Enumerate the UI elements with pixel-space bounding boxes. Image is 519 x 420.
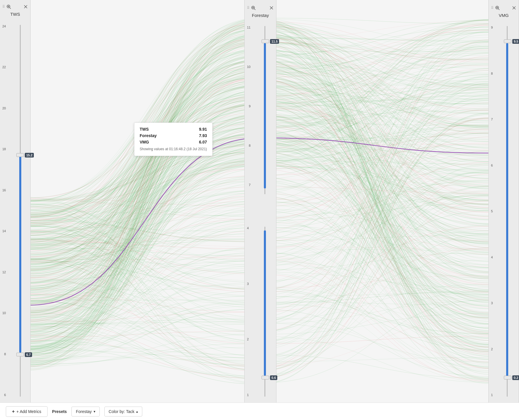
tws-zoom-icon[interactable] — [6, 4, 11, 9]
forestay-top-bar[interactable] — [264, 43, 266, 188]
vmg-top-label: 9.5 — [512, 39, 519, 44]
tooltip-label-tws: TWS — [140, 127, 149, 132]
vmg-tick: 8 — [491, 72, 493, 75]
vmg-tick: 9 — [491, 26, 493, 29]
tws-drag-handle[interactable]: ⠿ — [2, 5, 4, 9]
tws-tick: 6 — [2, 393, 6, 397]
vmg-close-icon[interactable] — [512, 6, 516, 10]
forestay-tick: 9 — [247, 105, 250, 108]
tws-tick: 12 — [2, 271, 6, 274]
forestay-tick: 7 — [247, 183, 250, 187]
presets-dropdown[interactable]: Forestay ▾ — [71, 407, 99, 416]
tws-top-label: 15.2 — [25, 153, 34, 158]
tws-tick: 20 — [2, 107, 6, 110]
vmg-filter-bar[interactable] — [506, 43, 508, 380]
forestay-tick: 4 — [247, 227, 249, 230]
vmg-tick: 7 — [491, 118, 493, 121]
vmg-tick: 2 — [491, 348, 493, 351]
vmg-axis-title: VMG — [499, 13, 509, 18]
vmg-axis-header: ⠿ — [489, 3, 519, 12]
data-tooltip: TWS 9.91 Forestay 7.93 VMG 6.07 Showing … — [134, 123, 213, 156]
tws-axis-header: ⠿ — [0, 3, 30, 10]
forestay-axis-title: Forestay — [252, 13, 269, 18]
tws-bottom-label: 6.7 — [25, 352, 32, 357]
vmg-tick: 6 — [491, 164, 493, 167]
add-metrics-button[interactable]: + + Add Metrics — [6, 406, 48, 417]
vmg-zoom-icon[interactable] — [495, 5, 500, 10]
tws-bottom-handle[interactable]: 6.7 — [16, 353, 24, 356]
forestay-axis-header: ⠿ — [245, 3, 276, 12]
tws-tick: 22 — [2, 66, 6, 69]
forestay-top-handle[interactable]: 11.5 — [262, 39, 269, 43]
vmg-drag-handle[interactable]: ⠿ — [491, 6, 493, 10]
svg-line-13 — [498, 9, 499, 10]
color-by-dropdown[interactable]: Color by: Tack ▴ — [104, 407, 142, 416]
vmg-axis-panel: ⠿ VMG 9 8 7 6 — [488, 0, 519, 402]
vmg-tick: 4 — [491, 256, 493, 259]
toolbar: + + Add Metrics Presets Forestay ▾ Color… — [0, 402, 519, 420]
presets-label: Presets — [52, 409, 67, 414]
tws-tick: 8 — [2, 353, 6, 356]
tooltip-value-tws: 9.91 — [199, 127, 207, 132]
vmg-tick: 5 — [491, 210, 493, 213]
svg-line-7 — [254, 9, 255, 10]
tws-tick: 18 — [2, 148, 6, 151]
preset-dropdown-arrow: ▾ — [94, 410, 95, 414]
tooltip-row-tws: TWS 9.91 — [140, 127, 207, 132]
tws-axis-panel: ⠿ TWS 24 22 20 — [0, 0, 31, 402]
forestay-tick: 1 — [247, 393, 249, 397]
color-by-label: Color by: Tack — [109, 409, 134, 414]
vmg-tick: 1 — [491, 393, 493, 397]
forestay-close-icon[interactable] — [269, 6, 274, 10]
tooltip-label-forestay: Forestay — [140, 133, 157, 138]
forestay-axis-panel: ⠿ Forestay 11 10 9 — [244, 0, 276, 402]
forestay-bottom-handle[interactable]: 0.6 — [262, 376, 269, 379]
tooltip-row-forestay: Forestay 7.93 — [140, 133, 207, 138]
vmg-bottom-label: 0.2 — [512, 375, 519, 380]
chart-area: ⠿ TWS 24 22 20 — [0, 0, 519, 402]
tooltip-label-vmg: VMG — [140, 140, 149, 144]
tws-tick: 24 — [2, 25, 6, 28]
forestay-tick: 11 — [247, 26, 250, 29]
forestay-tick: 8 — [247, 144, 250, 147]
color-by-arrow: ▴ — [136, 410, 138, 414]
tws-tick: 16 — [2, 189, 6, 192]
tws-top-handle[interactable]: 15.2 — [16, 153, 24, 157]
tooltip-row-vmg: VMG 6.07 — [140, 140, 207, 144]
tooltip-value-vmg: 6.07 — [199, 140, 207, 144]
tws-filter-bar[interactable] — [19, 153, 21, 353]
forestay-zoom-icon[interactable] — [251, 5, 256, 10]
add-metrics-label: + Add Metrics — [16, 409, 41, 414]
forestay-tick: 2 — [247, 338, 249, 341]
forestay-bottom-label: 0.6 — [270, 375, 277, 380]
tooltip-value-forestay: 7.93 — [199, 133, 207, 138]
tws-tick: 10 — [2, 312, 6, 315]
vmg-bottom-handle[interactable]: 0.2 — [504, 376, 511, 379]
preset-value: Forestay — [76, 409, 92, 414]
tooltip-time: Showing values at 01:16:48.2 (18 Jul 202… — [140, 147, 207, 152]
forestay-tick: 3 — [247, 282, 249, 286]
forestay-drag-handle[interactable]: ⠿ — [247, 6, 249, 10]
vmg-tick: 3 — [491, 302, 493, 305]
forestay-top-label: 11.5 — [270, 39, 279, 44]
tws-close-icon[interactable] — [23, 4, 28, 9]
forestay-tick: 10 — [247, 65, 250, 69]
vmg-top-handle[interactable]: 9.5 — [504, 39, 511, 43]
svg-line-1 — [10, 8, 11, 9]
tws-axis-title: TWS — [10, 12, 20, 17]
plus-icon: + — [12, 409, 15, 414]
forestay-bottom-bar[interactable] — [264, 230, 266, 376]
tws-axis-track: 24 22 20 18 16 14 12 10 8 6 15.2 6.7 — [0, 19, 30, 402]
tws-tick: 14 — [2, 230, 6, 233]
